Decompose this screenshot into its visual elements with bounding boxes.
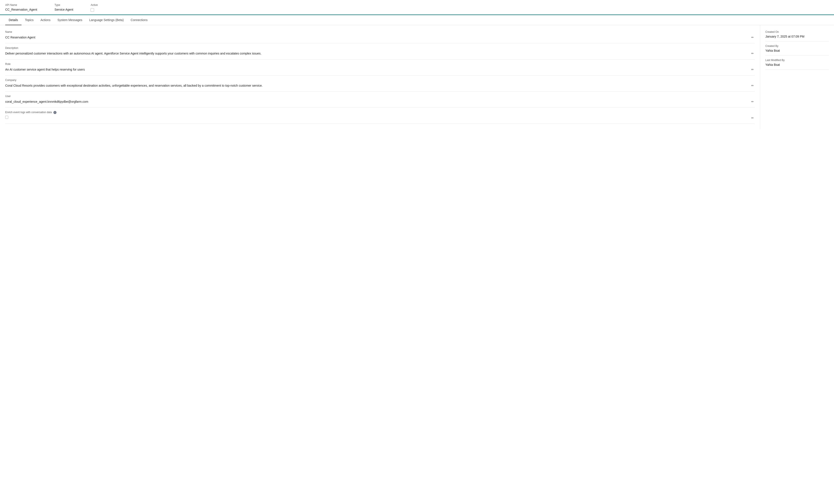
company-value: Coral Cloud Resorts provides customers w… <box>5 83 750 88</box>
enrich-logs-field-row: ✏ <box>5 116 755 120</box>
tab-topics[interactable]: Topics <box>22 15 37 25</box>
name-edit-icon[interactable]: ✏ <box>750 35 755 40</box>
last-modified-by-value: Yahia Bsat <box>765 63 829 66</box>
company-field-block: Company Coral Cloud Resorts provides cus… <box>5 75 755 92</box>
last-modified-by-label: Last Modified By <box>765 59 829 62</box>
enrich-logs-checkbox[interactable] <box>5 116 8 119</box>
header-row: API Name CC_Reservation_Agent Type Servi… <box>5 3 829 12</box>
user-label: User <box>5 95 755 98</box>
company-edit-icon[interactable]: ✏ <box>750 83 755 88</box>
created-by-value: Yahia Bsat <box>765 49 829 52</box>
type-label: Type <box>54 3 73 6</box>
created-on-label: Created On <box>765 30 829 34</box>
header-section: API Name CC_Reservation_Agent Type Servi… <box>0 0 834 15</box>
enrich-logs-edit-icon[interactable]: ✏ <box>750 116 755 120</box>
company-field-row: Coral Cloud Resorts provides customers w… <box>5 83 755 88</box>
created-on-block: Created On January 7, 2025 at 07:09 PM <box>765 30 829 42</box>
description-label: Description <box>5 46 755 49</box>
created-by-label: Created By <box>765 45 829 47</box>
type-field: Type Service Agent <box>54 3 73 11</box>
enrich-logs-label: Enrich event logs with conversation data… <box>5 111 755 114</box>
description-field-row: Deliver personalized customer interactio… <box>5 51 755 56</box>
description-value: Deliver personalized customer interactio… <box>5 51 750 56</box>
user-field-block: User coral_cloud_experience_agent.knnmkd… <box>5 92 755 108</box>
tab-language-settings[interactable]: Language Settings (Beta) <box>86 15 127 25</box>
name-value: CC Reservation Agent <box>5 35 750 40</box>
created-on-value: January 7, 2025 at 07:09 PM <box>765 35 829 38</box>
company-label: Company <box>5 79 755 82</box>
role-value: An AI customer service agent that helps … <box>5 67 750 72</box>
role-label: Role <box>5 63 755 66</box>
created-by-block: Created By Yahia Bsat <box>765 42 829 56</box>
tab-details[interactable]: Details <box>5 15 22 25</box>
tab-actions[interactable]: Actions <box>37 15 54 25</box>
name-field-block: Name CC Reservation Agent ✏ <box>5 30 755 43</box>
api-name-value: CC_Reservation_Agent <box>5 8 37 11</box>
type-value: Service Agent <box>54 8 73 11</box>
api-name-label: API Name <box>5 3 37 6</box>
active-field: Active <box>91 3 98 12</box>
enrich-logs-field-block: Enrich event logs with conversation data… <box>5 108 755 124</box>
user-edit-icon[interactable]: ✏ <box>750 100 755 104</box>
description-edit-icon[interactable]: ✏ <box>750 51 755 56</box>
tab-system-messages[interactable]: System Messages <box>54 15 86 25</box>
enrich-logs-info-icon: i <box>53 111 57 114</box>
main-content: Name CC Reservation Agent ✏ Description … <box>0 25 834 129</box>
right-panel: Created On January 7, 2025 at 07:09 PM C… <box>760 25 834 129</box>
user-value: coral_cloud_experience_agent.knnmkd6pydb… <box>5 100 750 104</box>
tab-connections[interactable]: Connections <box>127 15 151 25</box>
active-label: Active <box>91 3 98 6</box>
role-field-block: Role An AI customer service agent that h… <box>5 60 755 75</box>
role-edit-icon[interactable]: ✏ <box>750 67 755 72</box>
description-field-block: Description Deliver personalized custome… <box>5 43 755 60</box>
tabs-bar: Details Topics Actions System Messages L… <box>0 15 834 25</box>
user-field-row: coral_cloud_experience_agent.knnmkd6pydb… <box>5 100 755 104</box>
active-checkbox[interactable] <box>91 8 94 12</box>
name-label: Name <box>5 30 755 34</box>
name-field-row: CC Reservation Agent ✏ <box>5 35 755 40</box>
last-modified-by-block: Last Modified By Yahia Bsat <box>765 56 829 70</box>
api-name-field: API Name CC_Reservation_Agent <box>5 3 37 11</box>
left-panel: Name CC Reservation Agent ✏ Description … <box>0 25 760 129</box>
role-field-row: An AI customer service agent that helps … <box>5 67 755 72</box>
